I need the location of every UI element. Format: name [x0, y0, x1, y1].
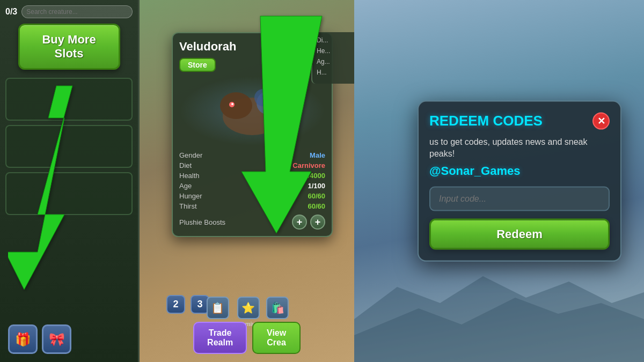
- code-input-field[interactable]: [429, 187, 610, 211]
- redeem-modal: REDEEM CODES ✕ us to get codes, updates …: [418, 100, 621, 262]
- store-button[interactable]: Store: [179, 58, 216, 72]
- top-bar: 0/3: [5, 5, 133, 18]
- sonar-handle[interactable]: @Sonar_Games: [429, 164, 610, 178]
- number-badges: 2 3: [166, 303, 209, 322]
- buy-more-slots-button[interactable]: Buy More Slots: [18, 24, 120, 70]
- creature-svg: [204, 79, 301, 143]
- creature-slot-2[interactable]: [5, 125, 133, 168]
- redeem-title: REDEEM CODES: [429, 113, 543, 129]
- missions-icon: 📋: [206, 297, 229, 319]
- search-input[interactable]: [21, 5, 133, 18]
- creature-stats: Gender Male Diet Carnivore Health 4000/4…: [179, 150, 325, 211]
- badge-2[interactable]: 2: [166, 295, 185, 314]
- bottom-icons: 🎁 🎀: [8, 324, 71, 354]
- svg-point-5: [269, 99, 289, 118]
- stat-hunger: Hunger 60/60: [179, 191, 325, 201]
- stat-thirst: Thirst 60/60: [179, 201, 325, 211]
- gift-reward-button[interactable]: 🎀: [42, 324, 71, 354]
- stat-age: Age 1/100: [179, 181, 325, 191]
- creature-slots: [5, 78, 133, 357]
- close-modal-button[interactable]: ✕: [592, 112, 610, 129]
- plushie-label: Plushie Boosts: [179, 218, 225, 226]
- stat-diet: Diet Carnivore: [179, 160, 325, 171]
- slot-counter: 0/3: [5, 7, 17, 17]
- right-panel: REDEEM CODES ✕ us to get codes, updates …: [354, 0, 644, 362]
- bottom-action-buttons: Trade Realm View Crea: [193, 322, 301, 354]
- trade-realm-button[interactable]: Trade Realm: [193, 322, 247, 354]
- svg-point-8: [231, 103, 233, 105]
- left-panel: 0/3 Buy More Slots 🎁 🎀: [0, 0, 140, 362]
- modal-subtitle: us to get codes, updates news and sneak …: [429, 136, 610, 160]
- stat-health: Health 4000/4000: [179, 171, 325, 181]
- plushie-boosts-row: Plushie Boosts + +: [179, 215, 325, 230]
- plushie-plus-btn-1[interactable]: +: [292, 215, 307, 230]
- svg-point-6: [254, 89, 272, 106]
- gift-box-button[interactable]: 🎁: [8, 324, 38, 354]
- shop-icon: 🛍️: [266, 297, 289, 319]
- view-crea-button[interactable]: View Crea: [252, 322, 301, 354]
- creature-card: Veludorah Store Gender: [172, 32, 333, 237]
- creature-image: [179, 76, 325, 146]
- creature-slot-1[interactable]: [5, 78, 133, 121]
- redeem-button[interactable]: Redeem: [429, 219, 610, 250]
- svg-point-3: [220, 92, 252, 119]
- premium-icon: ⭐: [237, 297, 260, 319]
- modal-header: REDEEM CODES ✕: [429, 112, 610, 129]
- middle-panel: Veludorah Store Gender: [140, 0, 354, 362]
- plushie-plus-btn-2[interactable]: +: [310, 215, 325, 230]
- stat-gender: Gender Male: [179, 150, 325, 160]
- side-stats-panel: Di... He... Ag... H...: [311, 32, 354, 84]
- plus-buttons: + +: [292, 215, 325, 230]
- creature-name: Veludorah: [179, 40, 325, 54]
- landscape-silhouette: [354, 255, 644, 362]
- creature-slot-3[interactable]: [5, 172, 133, 215]
